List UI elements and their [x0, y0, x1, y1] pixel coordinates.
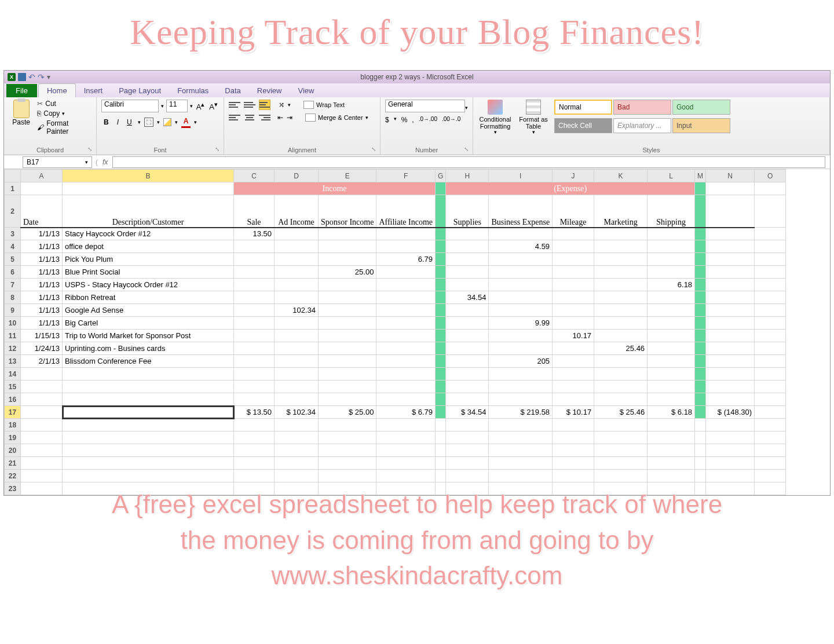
column-header[interactable]: F — [376, 170, 436, 182]
decrease-decimal-icon[interactable]: .00→.0 — [442, 116, 460, 124]
currency-icon[interactable]: $ — [385, 116, 389, 124]
chevron-down-icon[interactable]: ▾ — [157, 119, 160, 125]
style-check-cell[interactable]: Check Cell — [554, 118, 612, 133]
conditional-formatting-button[interactable]: Conditional Formatting▾ — [478, 100, 513, 136]
comma-icon[interactable]: , — [412, 116, 414, 124]
column-header[interactable]: B — [63, 170, 234, 182]
tab-data[interactable]: Data — [217, 84, 248, 97]
column-header[interactable]: C — [234, 170, 275, 182]
dialog-launcher-icon[interactable]: ⤡ — [371, 146, 378, 153]
row-header[interactable]: 4 — [5, 240, 21, 253]
row-header[interactable]: 10 — [5, 317, 21, 330]
worksheet[interactable]: ABCDEFGHIJKLMNO1Income(Expense)2DateDesc… — [4, 169, 830, 495]
undo-icon[interactable]: ↶ — [28, 72, 35, 82]
align-bottom-icon[interactable] — [259, 100, 270, 110]
column-header[interactable]: H — [446, 170, 489, 182]
column-header[interactable]: L — [648, 170, 695, 182]
column-header[interactable]: M — [695, 170, 706, 182]
row-header[interactable]: 1 — [5, 182, 21, 195]
increase-indent-icon[interactable]: ⇥ — [287, 114, 292, 122]
row-header[interactable]: 5 — [5, 253, 21, 266]
row-header[interactable]: 9 — [5, 304, 21, 317]
font-name-select[interactable]: Calibri — [101, 100, 159, 112]
tab-review[interactable]: Review — [249, 84, 290, 97]
chevron-down-icon[interactable]: ▾ — [175, 119, 178, 125]
qat-dropdown-icon[interactable]: ▾ — [47, 73, 50, 81]
format-painter-button[interactable]: 🖌Format Painter — [37, 119, 92, 136]
align-top-icon[interactable] — [229, 100, 240, 110]
save-icon[interactable] — [18, 73, 26, 81]
fill-color-icon[interactable] — [163, 118, 171, 126]
chevron-down-icon[interactable]: ▾ — [494, 130, 497, 136]
column-header[interactable]: D — [275, 170, 319, 182]
row-header[interactable]: 22 — [5, 470, 21, 482]
column-header[interactable]: E — [319, 170, 376, 182]
formula-bar[interactable] — [112, 156, 825, 168]
row-header[interactable]: 13 — [5, 355, 21, 368]
orientation-icon[interactable]: ⤭ — [279, 101, 284, 109]
row-header[interactable]: 18 — [5, 419, 21, 431]
row-header[interactable]: 15 — [5, 380, 21, 393]
font-size-select[interactable]: 11 — [166, 100, 188, 112]
chevron-down-icon[interactable]: ▾ — [465, 105, 468, 111]
row-header[interactable]: 3 — [5, 228, 21, 240]
style-normal[interactable]: Normal — [554, 100, 612, 115]
number-format-select[interactable]: General — [385, 100, 465, 112]
tab-insert[interactable]: Insert — [76, 84, 111, 97]
align-center-icon[interactable] — [244, 112, 255, 123]
chevron-down-icon[interactable]: ▾ — [194, 119, 197, 125]
chevron-down-icon[interactable]: ▾ — [365, 115, 368, 120]
fx-icon[interactable]: fx — [103, 158, 108, 166]
chevron-down-icon[interactable]: ▾ — [288, 102, 291, 108]
bold-button[interactable]: B — [101, 117, 111, 127]
align-middle-icon[interactable] — [244, 100, 255, 110]
increase-decimal-icon[interactable]: .0→.00 — [419, 116, 437, 124]
dialog-launcher-icon[interactable]: ⤡ — [215, 146, 222, 153]
chevron-down-icon[interactable]: ▾ — [190, 103, 193, 109]
italic-button[interactable]: I — [115, 117, 121, 127]
format-as-table-button[interactable]: Format as Table▾ — [516, 100, 551, 136]
row-header[interactable]: 11 — [5, 330, 21, 342]
shrink-font-icon[interactable]: A▾ — [208, 101, 219, 111]
percent-icon[interactable]: % — [401, 116, 408, 124]
column-header[interactable]: I — [489, 170, 553, 182]
row-header[interactable]: 21 — [5, 457, 21, 470]
tab-page-layout[interactable]: Page Layout — [111, 84, 169, 97]
row-header[interactable]: 7 — [5, 279, 21, 291]
row-header[interactable]: 16 — [5, 393, 21, 406]
column-header[interactable]: A — [21, 170, 63, 182]
column-header[interactable]: N — [706, 170, 755, 182]
style-explanatory[interactable]: Explanatory ... — [613, 118, 671, 133]
font-color-icon[interactable]: A — [181, 116, 191, 128]
align-right-icon[interactable] — [259, 112, 270, 123]
tab-home[interactable]: Home — [38, 83, 76, 97]
style-input[interactable]: Input — [672, 118, 730, 133]
tab-formulas[interactable]: Formulas — [169, 84, 217, 97]
chevron-down-icon[interactable]: ▾ — [62, 111, 65, 116]
row-header[interactable]: 8 — [5, 291, 21, 304]
row-header[interactable]: 2 — [5, 195, 21, 228]
active-cell[interactable] — [63, 406, 234, 419]
copy-button[interactable]: ⎘Copy▾ — [37, 109, 92, 118]
chevron-down-icon[interactable]: ▾ — [532, 130, 535, 136]
name-box[interactable]: B17▾ — [23, 156, 92, 168]
dialog-launcher-icon[interactable]: ⤡ — [87, 146, 94, 153]
column-header[interactable]: G — [436, 170, 446, 182]
select-all-corner[interactable] — [5, 170, 21, 182]
column-header[interactable]: O — [755, 170, 786, 182]
chevron-down-icon[interactable]: ▾ — [161, 103, 164, 109]
dialog-launcher-icon[interactable]: ⤡ — [464, 146, 471, 153]
merge-center-button[interactable]: Merge & Center▾ — [303, 112, 371, 123]
row-header[interactable]: 19 — [5, 431, 21, 444]
wrap-text-button[interactable]: Wrap Text — [301, 100, 347, 110]
border-icon[interactable] — [144, 118, 153, 127]
row-header[interactable]: 12 — [5, 342, 21, 355]
column-header[interactable]: K — [594, 170, 648, 182]
cut-button[interactable]: ✂Cut — [37, 100, 92, 108]
chevron-down-icon[interactable]: ▾ — [138, 119, 141, 125]
tab-view[interactable]: View — [290, 84, 322, 97]
row-header[interactable]: 17 — [5, 406, 21, 419]
underline-button[interactable]: U — [125, 117, 134, 127]
grow-font-icon[interactable]: A▴ — [195, 101, 206, 111]
row-header[interactable]: 6 — [5, 266, 21, 279]
